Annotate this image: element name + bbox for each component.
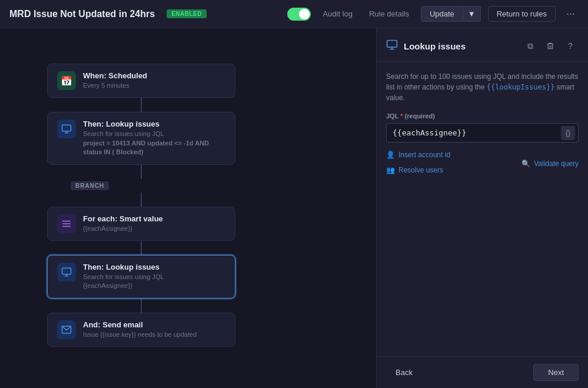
links-row: 👤 Insert account id 👥 Resolve users 🔍 Va… [386,148,579,179]
rule-toggle[interactable] [287,8,311,21]
connector-2 [141,165,142,179]
links-left: 👤 Insert account id 👥 Resolve users [386,148,450,179]
email-node-content: And: Send email Issue {{issue.key}} need… [83,320,225,339]
lookup2-node-title: Then: Lookup issues [83,263,225,271]
panel-description: Search for up to 100 issues using JQL an… [386,71,579,103]
schedule-node[interactable]: 📅 When: Scheduled Every 5 minutes [47,64,235,98]
schedule-icon: 📅 [57,71,76,90]
lookup2-node-subtitle: Search for issues using JQL{{eachAssigne… [83,273,225,291]
panel-header: Lookup issues ⧉ ? [377,28,588,62]
svg-rect-6 [62,268,71,274]
validate-query-button[interactable]: 🔍 Validate query [521,157,579,170]
required-marker: * [400,112,403,120]
insert-account-id-button[interactable]: 👤 Insert account id [386,148,450,161]
foreach-node-title: For each: Smart value [83,214,225,223]
lookup1-node-content: Then: Lookup issues Search for issues us… [83,120,225,157]
update-btn-group: Update ▼ [421,6,481,22]
svg-rect-10 [387,40,397,47]
connector-1 [141,98,142,112]
search-icon: 🔍 [521,160,530,168]
connector-4 [141,241,142,255]
rule-canvas: 📅 When: Scheduled Every 5 minutes Then: … [0,28,376,388]
more-options-button[interactable]: ··· [563,5,579,22]
email-node[interactable]: And: Send email Issue {{issue.key}} need… [47,313,235,347]
lookup1-node-title: Then: Lookup issues [83,120,225,128]
audit-log-button[interactable]: Audit log [318,7,357,21]
update-dropdown-button[interactable]: ▼ [463,6,481,22]
lookup1-node-subtitle: Search for issues using JQLproject = 104… [83,130,225,157]
main-content: 📅 When: Scheduled Every 5 minutes Then: … [0,28,588,388]
foreach-node[interactable]: For each: Smart value {{eachAssignee}} [47,207,235,241]
lookup2-node-content: Then: Lookup issues Search for issues us… [83,263,225,291]
nodes-container: 📅 When: Scheduled Every 5 minutes Then: … [47,64,235,347]
help-panel-button[interactable]: ? [562,38,579,54]
resolve-users-button[interactable]: 👥 Resolve users [386,164,450,177]
enabled-badge: ENABLED [167,9,207,18]
jql-input-container: {} [386,123,579,142]
rule-details-button[interactable]: Rule details [364,7,414,21]
jql-input[interactable] [386,123,579,142]
schedule-node-content: When: Scheduled Every 5 minutes [83,71,225,90]
email-node-subtitle: Issue {{issue.key}} needs to be updated [83,330,225,339]
lookup-issues-panel: Lookup issues ⧉ ? Search for up to 100 i… [376,28,588,388]
panel-title-group: Lookup issues [386,39,466,54]
copy-panel-button[interactable]: ⧉ [522,38,539,54]
jql-label: JQL * (required) [386,112,579,120]
schedule-node-title: When: Scheduled [83,71,225,80]
email-icon [57,320,76,339]
foreach-icon [57,214,76,233]
delete-panel-button[interactable] [542,38,559,54]
lookup1-icon [57,120,76,138]
panel-footer: Back Next [377,356,588,388]
email-node-title: And: Send email [83,320,225,329]
schedule-node-subtitle: Every 5 minutes [83,81,225,90]
panel-title: Lookup issues [404,41,466,51]
lookup2-icon [57,263,76,281]
jql-curly-button[interactable]: {} [561,126,575,140]
foreach-node-content: For each: Smart value {{eachAssignee}} [83,214,225,233]
panel-actions: ⧉ ? [522,38,579,54]
panel-body: Search for up to 100 issues using JQL an… [377,62,588,356]
update-button[interactable]: Update [421,6,463,22]
account-icon: 👤 [386,151,395,159]
lookup1-node[interactable]: Then: Lookup issues Search for issues us… [47,112,235,164]
connector-5 [141,299,142,313]
users-icon: 👥 [386,166,395,174]
header: MRD Issue Not Updated in 24hrs ENABLED A… [0,0,588,28]
branch-label: BRANCH [71,181,109,190]
lookup2-node[interactable]: Then: Lookup issues Search for issues us… [47,255,235,299]
page-title: MRD Issue Not Updated in 24hrs [9,9,155,19]
connector-3 [141,193,142,207]
return-to-rules-button[interactable]: Return to rules [488,6,556,22]
panel-title-icon [386,39,398,54]
svg-rect-0 [62,125,71,132]
smart-value-text: {{lookupIssues}} [487,83,555,91]
next-button[interactable]: Next [533,364,579,381]
back-button[interactable]: Back [386,364,422,380]
foreach-node-subtitle: {{eachAssignee}} [83,224,225,233]
